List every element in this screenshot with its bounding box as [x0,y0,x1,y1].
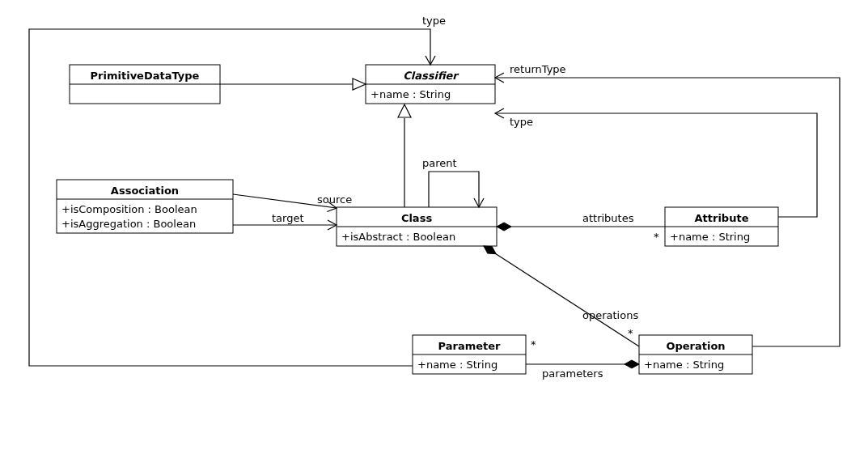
association-attr-1: +isAggregation : Boolean [61,218,196,230]
label-attributes: attributes [582,212,634,224]
label-target: target [272,212,304,224]
class-parameter: Parameter +name : String [413,335,526,374]
gen-class-to-classifier-head [398,104,411,117]
attribute-attr-0: +name : String [670,231,750,243]
association-title: Association [111,185,179,197]
class-primitivedatatype: PrimitiveDataType [70,65,220,104]
label-parameters-mult: * [531,338,536,350]
label-type-attr: type [510,116,533,128]
parameter-title: Parameter [438,340,502,352]
comp-operations [484,246,639,346]
parameter-attr-0: +name : String [417,359,498,371]
class-class: Class +isAbstract : Boolean [337,207,497,246]
classifier-title: Classifier [403,70,459,82]
label-type-top: type [422,15,446,27]
label-returntype: returnType [510,63,566,75]
classifier-attr-0: +name : String [370,88,451,100]
class-classifier: Classifier +name : String [366,65,495,104]
class-operation: Operation +name : String [639,335,752,374]
operation-attr-0: +name : String [644,359,724,371]
label-parent: parent [422,157,457,169]
class-attribute: Attribute +name : String [665,207,778,246]
attribute-title: Attribute [695,212,749,224]
class-title: Class [401,212,433,224]
primitivedatatype-title: PrimitiveDataType [91,70,200,82]
assoc-attr-type [495,113,817,217]
class-association-box: Association +isComposition : Boolean +is… [57,180,233,233]
association-attr-0: +isComposition : Boolean [61,203,197,215]
label-operations: operations [582,309,638,321]
assoc-parent [429,172,479,207]
label-parameters: parameters [542,367,603,380]
label-attributes-mult: * [654,231,659,243]
uml-diagram: Classifier +name : String PrimitiveDataT… [0,0,868,450]
class-attr-0: +isAbstract : Boolean [341,231,455,243]
operation-title: Operation [666,340,725,352]
label-source: source [317,193,352,206]
label-operations-mult: * [628,327,633,339]
